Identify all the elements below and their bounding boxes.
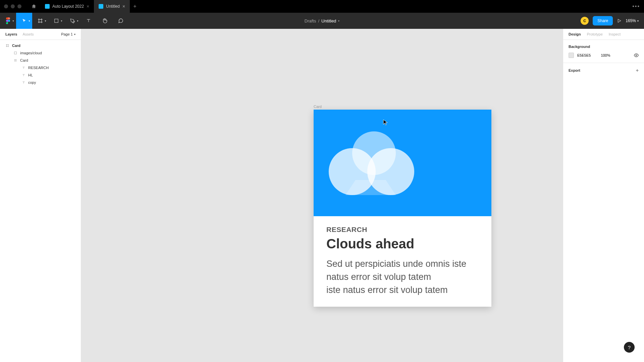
frame-icon [5,44,9,48]
background-opacity: 100% [601,53,610,57]
color-swatch[interactable] [569,53,574,58]
pen-icon [70,18,75,23]
breadcrumb[interactable]: Drafts / Untitled ▾ [305,18,339,23]
toolbar: ▼ ▼ ▼ ▼ ▼ Drafts / Untitled ▾ C Share 16… [0,13,644,29]
background-section: Background E5E5E5 100% [563,40,644,63]
layer-label: RESEARCH [28,66,49,70]
close-window-icon[interactable] [4,4,8,8]
svg-marker-2 [618,19,621,22]
layer-text-copy[interactable]: copy [0,79,81,86]
layer-label: copy [28,80,36,84]
breadcrumb-parent: Drafts [305,18,316,23]
card-copy: Sed ut perspiciatis unde omnis iste natu… [326,257,479,297]
export-section: Export + [563,63,644,78]
tab-prototype[interactable]: Prototype [587,32,603,36]
hand-tool-button[interactable] [97,13,113,29]
avatar-initial: C [583,19,586,23]
titlebar-right: ••• [632,3,640,9]
avatar[interactable]: C [581,17,589,25]
card-body: RESEARCH Clouds ahead Sed ut perspiciati… [314,216,491,307]
cursor-pointer-icon [383,119,388,125]
close-icon[interactable]: × [122,4,125,9]
canvas[interactable]: Card RESEARCH Clouds ahead Sed ut perspi… [81,29,563,362]
layer-label: Card [12,44,20,48]
tab-auto-layout[interactable]: Auto Layout 2022 × [40,0,94,13]
layer-text-research[interactable]: RESEARCH [0,64,81,71]
maximize-window-icon[interactable] [17,4,21,8]
add-tab-button[interactable]: + [130,3,140,9]
share-button[interactable]: Share [593,16,613,25]
layer-label: images/cloud [20,51,42,55]
background-row[interactable]: E5E5E5 100% [569,53,639,58]
card-image [314,110,491,216]
move-tool-button[interactable]: ▼ [16,13,32,29]
text-icon [21,66,25,70]
frame-label[interactable]: Card [314,105,322,109]
chevron-down-icon: ▾ [338,19,339,22]
play-icon [617,18,622,23]
tab-label: Auto Layout 2022 [52,4,84,9]
layer-label: Card [20,58,28,62]
shape-tool-button[interactable]: ▼ [48,13,64,29]
minimize-window-icon[interactable] [11,4,15,8]
zoom-value: 165% [626,18,636,23]
zoom-control[interactable]: 165% ▾ [626,18,639,23]
figma-logo-icon [6,17,10,24]
visibility-toggle[interactable] [634,53,639,58]
chevron-down-icon: ▾ [74,33,75,36]
chevron-down-icon: ▼ [76,20,79,22]
card-frame[interactable]: RESEARCH Clouds ahead Sed ut perspiciati… [314,110,491,307]
autolayout-icon [13,58,17,62]
pen-tool-button[interactable]: ▼ [64,13,80,29]
text-icon [86,18,91,23]
card-category: RESEARCH [326,226,479,234]
more-icon[interactable]: ••• [632,3,640,9]
text-icon [21,73,25,77]
layer-text-hl[interactable]: HL [0,71,81,79]
layer-image-cloud[interactable]: images/cloud [0,49,81,57]
home-icon [31,4,37,9]
text-icon [21,80,25,84]
chevron-down-icon: ▼ [12,20,14,22]
help-button[interactable]: ? [624,342,635,353]
background-hex: E5E5E5 [577,53,591,57]
left-panel: Layers Assets Page 1 ▾ Card images/cloud… [0,29,81,362]
card-headline: Clouds ahead [326,236,479,251]
add-export-button[interactable]: + [636,68,639,73]
tab-untitled[interactable]: Untitled × [94,0,130,13]
toolbar-right: C Share 165% ▾ [581,16,644,25]
svg-rect-3 [14,52,17,54]
layer-tree: Card images/cloud Card RESEARCH HL copy [0,40,81,88]
eye-icon [634,53,639,58]
document-name: Untitled [321,18,336,23]
window-controls [4,4,21,8]
breadcrumb-separator: / [318,18,319,23]
comment-icon [118,18,123,23]
page-label: Page 1 [61,32,73,36]
export-title: Export [569,68,580,72]
home-button[interactable] [28,0,40,13]
comment-tool-button[interactable] [113,13,129,29]
frame-tool-button[interactable]: ▼ [32,13,48,29]
tab-label: Untitled [106,4,120,9]
page-selector[interactable]: Page 1 ▾ [61,32,75,36]
hand-icon [102,18,107,23]
close-icon[interactable]: × [87,4,89,9]
tab-design[interactable]: Design [569,32,581,36]
tab-assets[interactable]: Assets [22,32,34,36]
layer-group-card[interactable]: Card [0,57,81,64]
tab-layers[interactable]: Layers [5,32,17,36]
left-panel-tabs: Layers Assets Page 1 ▾ [0,29,81,40]
main-menu-button[interactable]: ▼ [0,13,16,29]
main: Layers Assets Page 1 ▾ Card images/cloud… [0,29,644,362]
present-button[interactable] [617,18,622,23]
right-panel-tabs: Design Prototype Inspect [563,29,644,40]
svg-point-4 [636,55,637,56]
chevron-down-icon: ▼ [28,20,31,22]
cursor-icon [22,18,26,23]
rectangle-icon [54,18,59,23]
chevron-down-icon: ▾ [637,19,639,22]
tab-inspect[interactable]: Inspect [609,32,621,36]
text-tool-button[interactable] [80,13,97,29]
layer-frame-card[interactable]: Card [0,42,81,49]
